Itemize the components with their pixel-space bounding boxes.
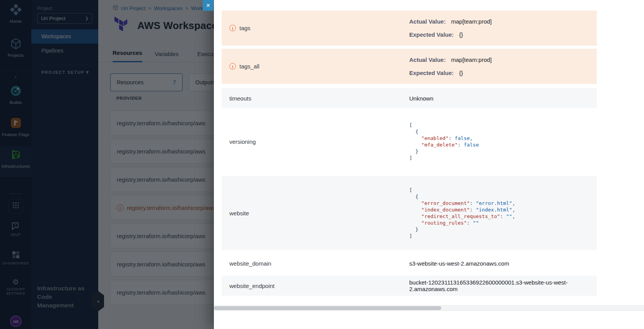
- expected-value: {}: [459, 31, 463, 38]
- attribute-json-value: [ { "enabled": false, "mfa_delete": fals…: [409, 122, 479, 161]
- drift-values: Actual Value:map[team:prod] Expected Val…: [409, 18, 492, 38]
- app-window: Home Projects ▲ Builds: [0, 0, 644, 329]
- actual-value-label: Actual Value:: [409, 56, 446, 63]
- attribute-row-website: website [ { "error_document": "error.htm…: [222, 176, 597, 250]
- attribute-row-timeouts: timeouts Unknown: [222, 88, 597, 108]
- drift-values: Actual Value:map[team:prod] Expected Val…: [409, 56, 492, 77]
- attribute-value: Unknown: [409, 95, 434, 102]
- expected-value-label: Expected Value:: [409, 70, 454, 76]
- attribute-name: website_domain: [229, 260, 271, 267]
- drift-warning-icon: i: [229, 25, 236, 31]
- attribute-name: tags: [239, 25, 250, 31]
- attribute-row-versioning: versioning [ { "enabled": false, "mfa_de…: [222, 108, 597, 175]
- horizontal-scrollbar: [214, 305, 644, 311]
- attribute-row-tags: i tags Actual Value:map[team:prod] Expec…: [222, 10, 597, 46]
- modal-backdrop[interactable]: [0, 0, 214, 329]
- attribute-row-website-domain: website_domain s3-website-us-west-2.amaz…: [222, 253, 597, 273]
- attribute-name: tags_all: [239, 63, 260, 70]
- actual-value: map[team:prod]: [451, 56, 492, 63]
- attribute-value: s3-website-us-west-2.amazonaws.com: [409, 260, 509, 267]
- attribute-row-tags-all: i tags_all Actual Value:map[team:prod] E…: [222, 49, 597, 84]
- attribute-value: bucket-120231113165336922600000001.s3-we…: [409, 279, 597, 292]
- attribute-row-website-endpoint: website_endpoint bucket-1202311131653369…: [222, 276, 597, 296]
- expected-value: {}: [459, 70, 463, 76]
- horizontal-scrollbar-thumb[interactable]: [214, 306, 441, 310]
- attribute-name: timeouts: [229, 95, 251, 102]
- attribute-name: versioning: [229, 138, 256, 145]
- attribute-name: website_endpoint: [229, 283, 275, 289]
- attribute-name: website: [229, 210, 249, 216]
- actual-value: map[team:prod]: [451, 18, 492, 25]
- actual-value-label: Actual Value:: [409, 18, 446, 25]
- drift-warning-icon: i: [229, 63, 236, 70]
- drawer-close-button[interactable]: ✕: [203, 0, 214, 11]
- attributes-drawer: i tags Actual Value:map[team:prod] Expec…: [214, 0, 644, 329]
- attribute-json-value: [ { "error_document": "error.html", "ind…: [409, 187, 515, 239]
- expected-value-label: Expected Value:: [409, 31, 454, 38]
